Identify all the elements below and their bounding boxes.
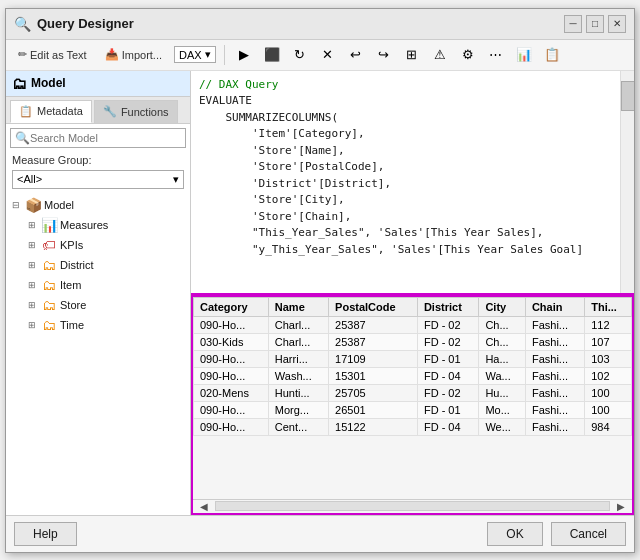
table-row[interactable]: 090-Ho...Charl...25387FD - 02Ch...Fashi.… — [194, 316, 632, 333]
dax-mode-select[interactable]: DAX ▾ — [174, 46, 216, 63]
tree-expand-measures: ⊞ — [26, 220, 38, 230]
table-row[interactable]: 030-KidsCharl...25387FD - 02Ch...Fashi..… — [194, 333, 632, 350]
table-row[interactable]: 090-Ho...Harri...17109FD - 01Ha...Fashi.… — [194, 350, 632, 367]
tree-expand-district: ⊞ — [26, 260, 38, 270]
table-cell: Charl... — [268, 333, 328, 350]
tree-item-time[interactable]: ⊞ 🗂 Time — [6, 315, 190, 335]
time-icon: 🗂 — [41, 317, 57, 333]
maximize-button[interactable]: □ — [586, 15, 604, 33]
tree-item-store[interactable]: ⊞ 🗂 Store — [6, 295, 190, 315]
horizontal-scrollbar[interactable] — [215, 501, 610, 511]
measure-dropdown-icon: ▾ — [173, 173, 179, 186]
undo-button[interactable]: ↩ — [345, 44, 367, 66]
more-options-button[interactable]: ⋯ — [485, 44, 507, 66]
table-cell: 112 — [585, 316, 632, 333]
table-cell: Morg... — [268, 401, 328, 418]
cancel-button[interactable]: Cancel — [551, 522, 626, 546]
table-cell: FD - 04 — [417, 418, 479, 435]
tree-expand-kpis: ⊞ — [26, 240, 38, 250]
import-icon: 📥 — [105, 48, 119, 61]
search-box: 🔍 — [10, 128, 186, 148]
table-cell: 103 — [585, 350, 632, 367]
tree-expand-store: ⊞ — [26, 300, 38, 310]
table-cell: Fashi... — [525, 384, 584, 401]
code-scrollbar[interactable] — [620, 71, 634, 293]
add-table-button[interactable]: ⊞ — [401, 44, 423, 66]
tree-view: ⊟ 📦 Model ⊞ 📊 Measures ⊞ 🏷 KPIs ⊞ 🗂 — [6, 193, 190, 515]
col-header-chain: Chain — [525, 297, 584, 316]
table-cell: Fashi... — [525, 367, 584, 384]
table-cell: 090-Ho... — [194, 350, 269, 367]
warning-button[interactable]: ⚠ — [429, 44, 451, 66]
table-cell: Hunti... — [268, 384, 328, 401]
measure-group-select[interactable]: <All> ▾ — [12, 170, 184, 189]
code-line-5: 'Store'[City], — [199, 192, 626, 209]
table-cell: FD - 01 — [417, 350, 479, 367]
left-panel: 🗂 Model 📋 Metadata 🔧 Functions 🔍 — [6, 71, 191, 515]
tree-item-measures[interactable]: ⊞ 📊 Measures — [6, 215, 190, 235]
functions-tab[interactable]: 🔧 Functions — [94, 100, 178, 123]
table-cell: 26501 — [329, 401, 418, 418]
table-cell: Ch... — [479, 316, 526, 333]
toolbar: ✏ Edit as Text 📥 Import... DAX ▾ ▶ ⬛ ↻ ✕… — [6, 40, 634, 71]
model-header: 🗂 Model — [6, 71, 190, 97]
results-table-container[interactable]: Category Name PostalCode District City C… — [193, 297, 632, 499]
store-icon: 🗂 — [41, 297, 57, 313]
code-comment: // DAX Query — [199, 77, 626, 94]
tree-item-district[interactable]: ⊞ 🗂 District — [6, 255, 190, 275]
search-icon: 🔍 — [15, 131, 30, 145]
redo-button[interactable]: ↪ — [373, 44, 395, 66]
kpis-icon: 🏷 — [41, 237, 57, 253]
col-header-city: City — [479, 297, 526, 316]
import-button[interactable]: 📥 Import... — [99, 45, 168, 64]
extra-button[interactable]: 📋 — [541, 44, 563, 66]
code-editor[interactable]: // DAX Query EVALUATE SUMMARIZECOLUMNS( … — [191, 71, 634, 295]
minimize-button[interactable]: ─ — [564, 15, 582, 33]
results-table-wrapper: Category Name PostalCode District City C… — [191, 295, 634, 515]
metadata-tab[interactable]: 📋 Metadata — [10, 100, 92, 123]
tree-item-model[interactable]: ⊟ 📦 Model — [6, 195, 190, 215]
col-header-name: Name — [268, 297, 328, 316]
table-cell: 100 — [585, 384, 632, 401]
close-button[interactable]: ✕ — [608, 15, 626, 33]
table-cell: Wa... — [479, 367, 526, 384]
query-designer-window: 🔍 Query Designer ─ □ ✕ ✏ Edit as Text 📥 … — [5, 8, 635, 553]
window-title: Query Designer — [37, 16, 134, 31]
cancel-query-button[interactable]: ⬛ — [261, 44, 283, 66]
table-row[interactable]: 090-Ho...Cent...15122FD - 04We...Fashi..… — [194, 418, 632, 435]
search-input[interactable] — [30, 132, 181, 144]
scroll-left-button[interactable]: ◀ — [197, 501, 211, 512]
ok-button[interactable]: OK — [487, 522, 542, 546]
code-scrollbar-thumb[interactable] — [621, 81, 634, 111]
settings-button[interactable]: ⚙ — [457, 44, 479, 66]
dropdown-icon: ▾ — [205, 48, 211, 61]
table-row[interactable]: 020-MensHunti...25705FD - 02Hu...Fashi..… — [194, 384, 632, 401]
table-cell: Fashi... — [525, 401, 584, 418]
code-line-4: 'District'[District], — [199, 176, 626, 193]
refresh-button[interactable]: ↻ — [289, 44, 311, 66]
metadata-icon: 📋 — [19, 105, 33, 118]
delete-button[interactable]: ✕ — [317, 44, 339, 66]
table-header-row: Category Name PostalCode District City C… — [194, 297, 632, 316]
chart-button[interactable]: 📊 — [513, 44, 535, 66]
scroll-right-button[interactable]: ▶ — [614, 501, 628, 512]
edit-as-text-button[interactable]: ✏ Edit as Text — [12, 45, 93, 64]
tree-item-item[interactable]: ⊞ 🗂 Item — [6, 275, 190, 295]
footer-right: OK Cancel — [487, 522, 626, 546]
col-header-postalcode: PostalCode — [329, 297, 418, 316]
district-icon: 🗂 — [41, 257, 57, 273]
table-row[interactable]: 090-Ho...Wash...15301FD - 04Wa...Fashi..… — [194, 367, 632, 384]
table-cell: 100 — [585, 401, 632, 418]
table-cell: Fashi... — [525, 316, 584, 333]
run-query-button[interactable]: ▶ — [233, 44, 255, 66]
code-line-6: 'Store'[Chain], — [199, 209, 626, 226]
table-cell: 984 — [585, 418, 632, 435]
functions-icon: 🔧 — [103, 105, 117, 118]
help-button[interactable]: Help — [14, 522, 77, 546]
table-cell: Ha... — [479, 350, 526, 367]
toolbar-separator-1 — [224, 45, 225, 65]
panel-tabs: 📋 Metadata 🔧 Functions — [6, 97, 190, 124]
table-cell: FD - 02 — [417, 333, 479, 350]
table-row[interactable]: 090-Ho...Morg...26501FD - 01Mo...Fashi..… — [194, 401, 632, 418]
tree-item-kpis[interactable]: ⊞ 🏷 KPIs — [6, 235, 190, 255]
